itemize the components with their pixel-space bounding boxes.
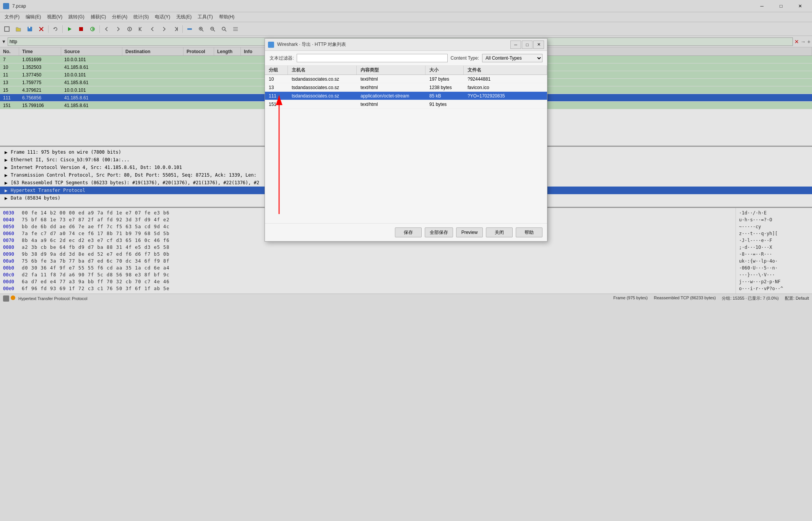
modal-cell-pkg: 111 (265, 93, 288, 99)
modal-cell-file: ?YO=1702920835 (464, 93, 547, 99)
modal-table: 分组 主机名 内容类型 大小 文件名 10 tsdandassociates.c… (265, 66, 547, 223)
modal-cell-size: 91 bytes (425, 102, 464, 107)
modal-minimize-button[interactable]: ─ (510, 41, 521, 49)
modal-cell-file: favicon.ico (464, 85, 547, 90)
modal-cell-type: text/html (357, 85, 425, 90)
modal-col-header-file[interactable]: 文件名 (464, 66, 547, 75)
modal-table-row-selected[interactable]: 111 tsdandassociates.co.sz application/o… (265, 92, 547, 100)
modal-cell-size: 85 kB (425, 93, 464, 99)
close-button[interactable]: 关闭 (486, 227, 513, 237)
modal-titlebar: Wireshark · 导出 · HTTP 对象列表 ─ □ ✕ (265, 39, 547, 51)
modal-close-button[interactable]: ✕ (533, 41, 544, 49)
modal-col-header-host[interactable]: 主机名 (288, 66, 357, 75)
modal-title-left: Wireshark · 导出 · HTTP 对象列表 (268, 41, 346, 48)
modal-dialog: Wireshark · 导出 · HTTP 对象列表 ─ □ ✕ 文本过滤器: … (265, 38, 547, 242)
modal-filter-label: 文本过滤器: (270, 55, 294, 62)
modal-cell-type: text/html (357, 76, 425, 82)
modal-footer: 保存 全部保存 Preview 关闭 帮助 (265, 223, 547, 241)
modal-cell-host: tsdandassociates.co.sz (288, 85, 357, 90)
modal-overlay: Wireshark · 导出 · HTTP 对象列表 ─ □ ✕ 文本过滤器: … (0, 0, 812, 521)
modal-app-icon (268, 42, 274, 48)
modal-cell-pkg: 13 (265, 85, 288, 90)
modal-cell-host: tsdandassociates.co.sz (288, 76, 357, 82)
modal-cell-pkg: 151 (265, 102, 288, 107)
modal-cell-type: application/octet-stream (357, 93, 425, 99)
modal-content-type-select[interactable]: All Content-Types text/html application/… (482, 54, 542, 62)
modal-table-header: 分组 主机名 内容类型 大小 文件名 (265, 66, 547, 75)
save-button[interactable]: 保存 (395, 227, 422, 237)
modal-filter-input[interactable] (297, 54, 447, 62)
modal-empty-area (265, 109, 547, 223)
preview-button[interactable]: Preview (456, 227, 483, 237)
modal-title: Wireshark · 导出 · HTTP 对象列表 (277, 41, 346, 48)
modal-controls: ─ □ ✕ (510, 41, 544, 49)
modal-cell-type: text/html (357, 102, 425, 107)
modal-content-type-label: Content Type: (451, 55, 479, 61)
modal-filter-bar: 文本过滤器: Content Type: All Content-Types t… (265, 51, 547, 66)
help-button[interactable]: 帮助 (516, 227, 542, 237)
modal-cell-host: tsdandassociates.co.sz (288, 93, 357, 99)
modal-col-header-size[interactable]: 大小 (425, 66, 464, 75)
save-all-button[interactable]: 全部保存 (425, 227, 453, 237)
modal-cell-pkg: 10 (265, 76, 288, 82)
modal-cell-size: 1238 bytes (425, 85, 464, 90)
modal-cell-size: 197 bytes (425, 76, 464, 82)
modal-maximize-button[interactable]: □ (522, 41, 533, 49)
modal-col-header-pkg[interactable]: 分组 (265, 66, 288, 75)
modal-table-row[interactable]: 151 text/html 91 bytes (265, 100, 547, 109)
modal-table-row[interactable]: 13 tsdandassociates.co.sz text/html 1238… (265, 83, 547, 92)
modal-col-header-type[interactable]: 内容类型 (357, 66, 425, 75)
modal-table-row[interactable]: 10 tsdandassociates.co.sz text/html 197 … (265, 75, 547, 83)
modal-cell-file: ?92444881 (464, 76, 547, 82)
